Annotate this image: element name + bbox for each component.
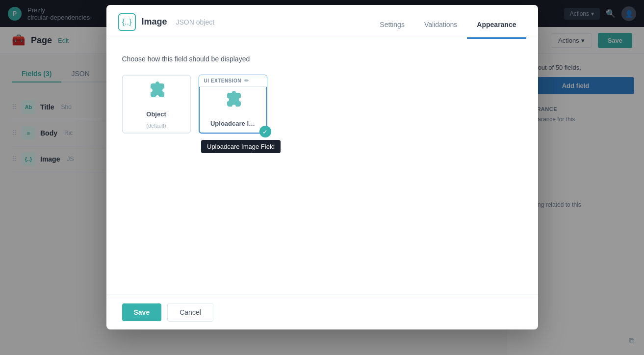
display-option-object[interactable]: Object (default) [122,75,191,134]
modal-cancel-button[interactable]: Cancel [167,303,213,322]
modal-title: Image [142,17,167,27]
tab-appearance[interactable]: Appearance [467,17,526,39]
option-label-uploadcare: Uploadcare I… [210,120,255,127]
modal-save-button[interactable]: Save [122,303,162,321]
display-option-ui-ext[interactable]: UI EXTENSION ✏ Uploadcare I… ✓ [199,75,267,134]
display-options: Object (default) UI EXTENSION ✏ Uploadca… [122,75,522,134]
modal-dialog: {..} Image JSON object Settings Validati… [106,5,538,329]
option-sublabel-object: (default) [146,123,166,129]
modal-body: Choose how this field should be displaye… [106,39,538,295]
modal-subtitle: JSON object [176,18,215,26]
tooltip-container: Uploadcare Image Field [201,140,281,153]
tab-settings[interactable]: Settings [370,17,414,39]
tab-validations[interactable]: Validations [414,17,467,39]
modal-field-icon: {..} [118,13,136,31]
modal-header: {..} Image JSON object Settings Validati… [106,5,538,39]
modal-footer: Save Cancel [106,295,538,329]
ui-ext-label: UI EXTENSION ✏ [199,75,267,87]
modal-tabs: Settings Validations Appearance [370,5,526,39]
modal-instruction: Choose how this field should be displaye… [122,55,522,63]
puzzle-icon-object [146,80,167,106]
puzzle-icon-uploadcare [222,89,244,115]
app-background: P Prezly circular-dependencies- Actions … [0,0,644,355]
option-label-object: Object [146,110,166,118]
tooltip: Uploadcare Image Field [201,140,281,153]
selected-checkmark: ✓ [259,126,271,137]
edit-icon[interactable]: ✏ [244,78,249,84]
